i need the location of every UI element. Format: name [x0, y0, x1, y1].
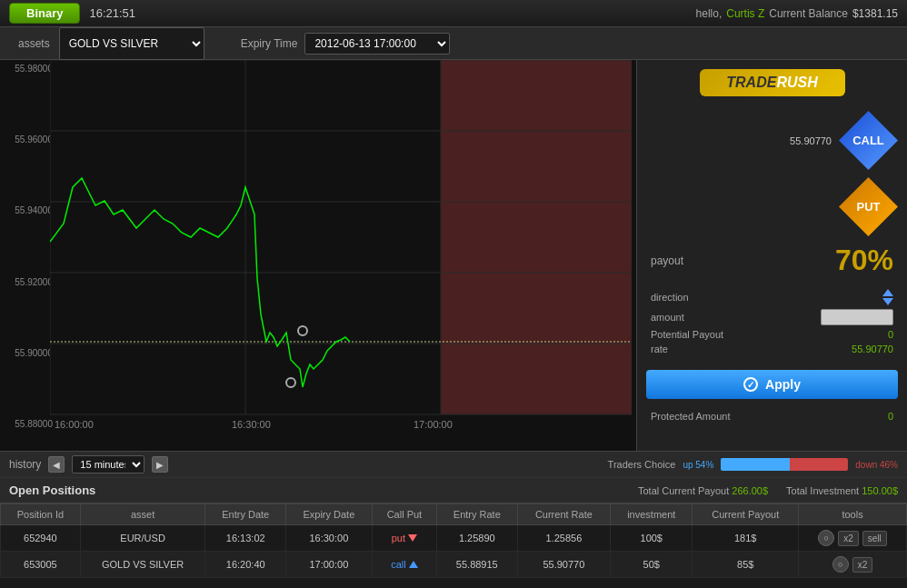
call-arrow-icon [409, 561, 418, 568]
cell-call-put: call [372, 552, 436, 578]
traders-choice-bar [721, 458, 848, 471]
interval-select[interactable]: 1 minute 5 minutes 15 minutes 30 minutes… [72, 455, 145, 473]
payout-label: payout [651, 254, 683, 267]
prev-nav-button[interactable]: ◀ [48, 456, 65, 473]
cell-position-id: 652940 [1, 525, 81, 552]
protected-amount-value: 0 [888, 411, 893, 422]
y-label-5: 55.90000 [2, 348, 53, 358]
sell-button[interactable]: sell [862, 531, 887, 546]
logo-rush: RUSH [776, 75, 817, 90]
expiry-select[interactable]: 2012-06-13 17:00:00 2012-06-13 16:30:00 [304, 33, 450, 55]
cell-entry-rate: 55.88915 [437, 552, 518, 578]
chart-area: 55.98000 55.96000 55.94000 55.92000 55.9… [0, 60, 636, 451]
cell-asset: GOLD VS SILVER [80, 552, 205, 578]
potential-payout-row: Potential Payout 0 [651, 329, 893, 340]
col-call-put: Call Put [372, 504, 436, 525]
balance-label: Current Balance [769, 7, 848, 20]
total-payout-summary: Total Current Payout 266.00$ [638, 485, 768, 496]
cell-current-payout: 85$ [693, 552, 799, 578]
rate-row: rate 55.90770 [651, 344, 893, 354]
cell-investment: 100$ [611, 525, 693, 552]
direction-up-arrow[interactable] [882, 289, 893, 296]
table-row: 652940 EUR/USD 16:13:02 16:30:00 put 1.2… [1, 525, 907, 552]
assets-label: assets [18, 37, 50, 50]
binary-button[interactable]: Binary [9, 3, 80, 24]
amount-label: amount [651, 312, 684, 323]
put-row: PUT [646, 177, 898, 236]
positions-table: Position Id asset Entry Date Expiry Date… [0, 503, 907, 578]
call-price: 55.90770 [790, 135, 832, 146]
total-investment-value: 150.00$ [862, 485, 898, 496]
cell-expiry-date: 16:30:00 [285, 525, 372, 552]
cell-current-rate: 55.90770 [517, 552, 611, 578]
clock: 16:21:51 [89, 6, 135, 20]
col-position-id: Position Id [1, 504, 81, 525]
col-tools: tools [799, 504, 907, 525]
assets-bar: assets GOLD VS SILVER EUR/USD GBP/USD Ex… [0, 27, 907, 60]
tools-cell: ○ x2 [806, 556, 899, 573]
potential-payout-label: Potential Payout [651, 329, 723, 340]
svg-rect-1 [441, 60, 632, 414]
history-label: history [9, 458, 41, 471]
cell-entry-rate: 1.25890 [437, 525, 518, 552]
table-row: 653005 GOLD VS SILVER 16:20:40 17:00:00 … [1, 552, 907, 578]
y-label-4: 55.92000 [2, 277, 53, 287]
direction-label: direction [651, 292, 689, 303]
greeting-text: hello, [696, 7, 723, 20]
direction-down-arrow[interactable] [882, 298, 893, 305]
y-label-3: 55.94000 [2, 205, 53, 215]
call-row: 55.90770 CALL [646, 111, 898, 170]
x2-button[interactable]: x2 [838, 531, 859, 546]
total-investment-label: Total Investment [786, 485, 859, 496]
cell-current-payout: 181$ [693, 525, 799, 552]
payout-section: payout 70% [646, 244, 898, 277]
payout-value: 70% [835, 244, 893, 277]
cell-asset: EUR/USD [80, 525, 205, 552]
traderush-logo: TRADERUSH [700, 69, 845, 96]
amount-row: amount [651, 309, 893, 325]
col-entry-date: Entry Date [205, 504, 286, 525]
col-investment: investment [611, 504, 693, 525]
svg-text:16:30:00: 16:30:00 [232, 419, 271, 430]
top-bar-left: Binary 16:21:51 [9, 3, 135, 24]
direction-row: direction [651, 289, 893, 305]
potential-payout-value: 0 [888, 329, 893, 340]
col-asset: asset [80, 504, 205, 525]
apply-label: Apply [765, 377, 801, 392]
next-nav-button[interactable]: ▶ [152, 456, 168, 473]
direction-control [882, 289, 893, 305]
chart-wrapper: 55.98000 55.96000 55.94000 55.92000 55.9… [0, 60, 636, 433]
asset-select[interactable]: GOLD VS SILVER EUR/USD GBP/USD [59, 27, 204, 60]
protected-section: Protected Amount 0 [646, 406, 898, 426]
cell-position-id: 653005 [1, 552, 81, 578]
put-badge: put [380, 533, 429, 543]
tool-circle-icon[interactable]: ○ [818, 530, 834, 546]
amount-input[interactable] [821, 309, 893, 325]
username: Curtis Z [726, 7, 764, 20]
cell-current-rate: 1.25856 [517, 525, 611, 552]
expiry-label: Expiry Time [241, 37, 298, 50]
cell-expiry-date: 17:00:00 [285, 552, 372, 578]
positions-title: Open Positions [9, 483, 638, 497]
traders-choice-section: Traders Choice up 54% down 46% [608, 458, 898, 471]
call-badge: call [380, 559, 429, 570]
apply-button[interactable]: ✓ Apply [646, 370, 898, 399]
rate-value: 55.90770 [852, 344, 893, 354]
col-expiry-date: Expiry Date [285, 504, 372, 525]
y-axis: 55.98000 55.96000 55.94000 55.92000 55.9… [0, 60, 55, 433]
positions-header: Open Positions Total Current Payout 266.… [0, 478, 907, 503]
put-button[interactable]: PUT [839, 177, 898, 236]
up-percentage: up 54% [683, 460, 713, 470]
x2-button[interactable]: x2 [852, 557, 873, 573]
direction-arrows[interactable] [882, 289, 893, 305]
main-content: 55.98000 55.96000 55.94000 55.92000 55.9… [0, 60, 907, 451]
cell-tools: ○ x2 sell [799, 525, 907, 552]
traders-choice-label: Traders Choice [608, 459, 676, 470]
tool-circle-icon[interactable]: ○ [832, 556, 849, 573]
call-button[interactable]: CALL [839, 111, 898, 170]
logo-trade: TRADE [726, 75, 776, 90]
chart-svg-container: 16:00:00 16:30:00 17:00:00 [50, 60, 632, 433]
cell-call-put: put [372, 525, 436, 552]
protected-row: Protected Amount 0 [651, 411, 893, 422]
tc-down-bar [790, 458, 848, 471]
